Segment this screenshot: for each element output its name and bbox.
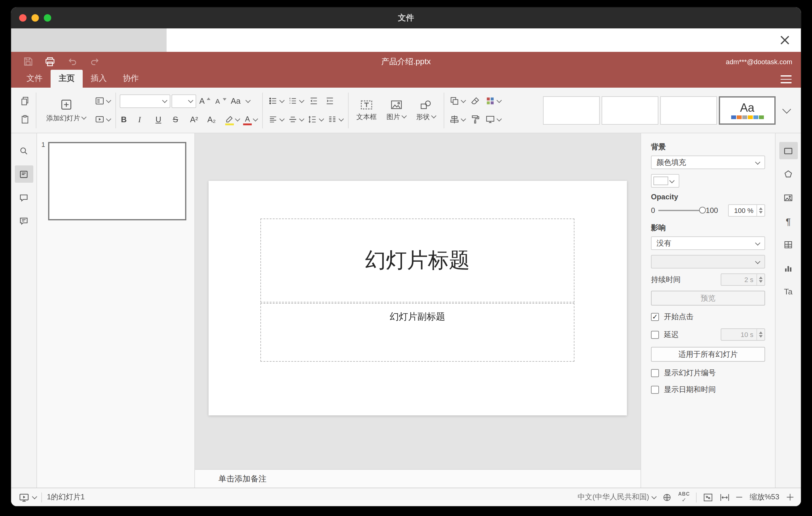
background-color-select[interactable] bbox=[651, 174, 679, 188]
comments-button[interactable] bbox=[14, 189, 33, 206]
strikethrough-button[interactable]: S bbox=[172, 111, 187, 127]
menu-icon[interactable] bbox=[781, 75, 792, 83]
theme-tile[interactable] bbox=[543, 96, 600, 124]
show-datetime-checkbox[interactable] bbox=[651, 386, 659, 394]
slide-size-button[interactable] bbox=[484, 111, 502, 127]
slide[interactable]: 幻灯片标题 幻灯片副标题 bbox=[208, 181, 627, 415]
set-language-button[interactable] bbox=[662, 492, 672, 502]
slide-layout-button[interactable] bbox=[93, 93, 112, 109]
add-slide-button[interactable]: 添加幻灯片 bbox=[40, 93, 92, 127]
title-placeholder[interactable]: 幻灯片标题 bbox=[260, 219, 575, 303]
zoom-in-button[interactable] bbox=[787, 494, 793, 500]
tab-collaboration[interactable]: 协作 bbox=[115, 70, 147, 88]
color-scheme-button[interactable] bbox=[484, 93, 502, 109]
shape-settings-button[interactable] bbox=[779, 165, 798, 183]
textart-settings-button[interactable]: Ta bbox=[779, 283, 798, 300]
spinner-arrows[interactable] bbox=[756, 205, 764, 216]
duration-spinner[interactable]: 2 s bbox=[721, 274, 765, 286]
start-slideshow-button[interactable] bbox=[93, 111, 112, 127]
zoom-out-button[interactable] bbox=[736, 496, 742, 498]
tab-file[interactable]: 文件 bbox=[19, 70, 51, 88]
image-settings-button[interactable] bbox=[779, 189, 798, 206]
tab-home[interactable]: 主页 bbox=[51, 70, 83, 88]
copy-icon bbox=[20, 96, 30, 106]
highlight-color-button[interactable] bbox=[223, 111, 241, 127]
language-select[interactable]: 中文(中华人民共和国) bbox=[578, 492, 656, 503]
user-account[interactable]: adm***@dootask.com bbox=[726, 58, 792, 65]
horizontal-align-button[interactable] bbox=[266, 111, 285, 127]
delay-checkbox[interactable] bbox=[651, 331, 659, 339]
vertical-align-icon bbox=[288, 114, 298, 125]
insert-image-button[interactable]: 图片 bbox=[382, 93, 410, 127]
insert-shape-button[interactable]: 形状 bbox=[411, 93, 440, 127]
theme-tile-selected[interactable]: Aa bbox=[719, 96, 776, 124]
effect-type-select[interactable] bbox=[651, 255, 765, 268]
spinner-arrows[interactable] bbox=[756, 274, 764, 285]
opacity-slider-row: 0 100 100 % bbox=[651, 204, 765, 217]
tab-insert[interactable]: 插入 bbox=[83, 70, 115, 88]
font-name-select[interactable] bbox=[120, 94, 170, 108]
underline-button[interactable]: U bbox=[154, 111, 170, 127]
font-color-button[interactable]: A bbox=[242, 111, 259, 127]
effect-select[interactable]: 没有 bbox=[651, 236, 765, 250]
slide-settings-button[interactable] bbox=[779, 142, 798, 159]
columns-button[interactable] bbox=[326, 111, 344, 127]
font-size-select[interactable] bbox=[172, 94, 196, 108]
background-fill-select[interactable]: 颜色填充 bbox=[651, 155, 765, 169]
slides-panel-button[interactable] bbox=[14, 165, 33, 183]
statusbar-separator bbox=[41, 492, 42, 502]
subscript-button[interactable]: A₂ bbox=[206, 111, 222, 127]
numbering-button[interactable] bbox=[286, 93, 305, 109]
opacity-slider[interactable] bbox=[658, 210, 702, 211]
italic-button[interactable]: I bbox=[137, 111, 153, 127]
slide-thumbnail[interactable] bbox=[48, 142, 186, 220]
opacity-slider-knob[interactable] bbox=[699, 207, 705, 213]
increase-font-button[interactable]: A bbox=[198, 93, 212, 109]
vertical-align-button[interactable] bbox=[286, 111, 305, 127]
decrease-font-button[interactable]: A bbox=[213, 93, 228, 109]
feedback-button[interactable] bbox=[14, 212, 33, 230]
spellcheck-button[interactable]: ABC ✓ bbox=[678, 492, 690, 503]
chevron-down-icon bbox=[431, 113, 436, 118]
notes-area[interactable]: 单击添加备注 bbox=[195, 469, 640, 488]
bold-label: B bbox=[121, 115, 135, 124]
delay-spinner[interactable]: 10 s bbox=[721, 328, 765, 341]
bold-button[interactable]: B bbox=[120, 111, 136, 127]
line-spacing-button[interactable] bbox=[306, 111, 324, 127]
table-settings-button[interactable] bbox=[779, 236, 798, 253]
copy-button[interactable] bbox=[17, 93, 32, 109]
bullets-button[interactable] bbox=[266, 93, 285, 109]
apply-to-all-button[interactable]: 适用于所有幻灯片 bbox=[651, 347, 765, 362]
chevron-down-icon bbox=[755, 259, 760, 264]
editing-area: 幻灯片标题 幻灯片副标题 单击添加备注 bbox=[195, 133, 640, 488]
preview-button[interactable]: 预览 bbox=[651, 291, 765, 306]
paragraph-settings-button[interactable]: ¶ bbox=[779, 212, 798, 230]
start-on-click-checkbox[interactable]: ✓ bbox=[651, 313, 659, 321]
clear-style-button[interactable] bbox=[468, 93, 483, 109]
theme-gallery-expand-icon[interactable] bbox=[782, 105, 791, 113]
font-color-bar bbox=[243, 123, 252, 125]
fit-slide-button[interactable] bbox=[703, 492, 713, 502]
superscript-button[interactable]: A² bbox=[189, 111, 205, 127]
copy-style-button[interactable] bbox=[468, 111, 483, 127]
fit-width-button[interactable] bbox=[720, 492, 730, 502]
chart-settings-button[interactable] bbox=[779, 259, 798, 277]
spinner-arrows[interactable] bbox=[756, 329, 764, 340]
change-case-button[interactable]: Aa bbox=[230, 93, 251, 109]
theme-tile[interactable] bbox=[602, 96, 658, 124]
decrease-indent-icon bbox=[308, 96, 319, 106]
paste-button[interactable] bbox=[17, 111, 32, 127]
subtitle-placeholder[interactable]: 幻灯片副标题 bbox=[260, 303, 575, 362]
start-slideshow-status-button[interactable] bbox=[19, 492, 36, 502]
theme-tile[interactable] bbox=[660, 96, 717, 124]
show-slide-number-checkbox[interactable] bbox=[651, 369, 659, 377]
search-button[interactable] bbox=[14, 142, 33, 159]
increase-indent-button[interactable] bbox=[322, 93, 337, 109]
slide-layout-icon bbox=[94, 96, 105, 106]
arrange-shape-button[interactable] bbox=[448, 93, 466, 109]
align-shape-button[interactable] bbox=[448, 111, 466, 127]
decrease-indent-button[interactable] bbox=[306, 93, 321, 109]
insert-textbox-button[interactable]: 文本框 bbox=[352, 93, 381, 127]
close-icon[interactable] bbox=[779, 34, 791, 46]
opacity-spinner[interactable]: 100 % bbox=[728, 204, 765, 217]
